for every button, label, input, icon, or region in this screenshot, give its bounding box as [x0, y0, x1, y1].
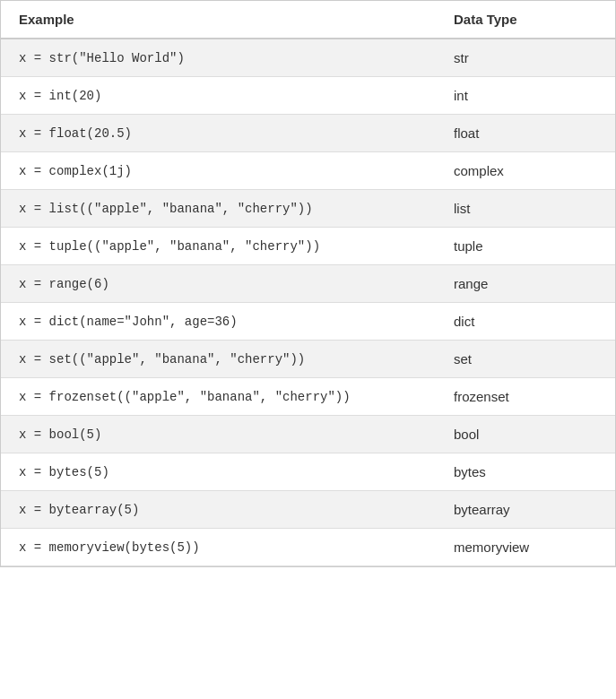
row-datatype-value: bytearray: [454, 502, 597, 517]
row-datatype-value: tuple: [454, 238, 597, 254]
table-body: x = str("Hello World")strx = int(20)intx…: [1, 39, 615, 566]
table-row: x = bytes(5)bytes: [1, 453, 615, 491]
table-row: x = list(("apple", "banana", "cherry"))l…: [1, 190, 615, 228]
table-row: x = set(("apple", "banana", "cherry"))se…: [1, 341, 615, 378]
row-datatype-value: frozenset: [454, 389, 597, 404]
table-row: x = complex(1j)complex: [1, 152, 615, 190]
row-datatype-value: set: [454, 351, 597, 367]
row-example-code: x = set(("apple", "banana", "cherry")): [19, 352, 454, 367]
row-datatype-value: bytes: [454, 464, 597, 479]
row-example-code: x = bool(5): [19, 427, 454, 442]
row-datatype-value: dict: [454, 314, 597, 329]
table-row: x = float(20.5)float: [1, 115, 615, 152]
table-row: x = dict(name="John", age=36)dict: [1, 303, 615, 341]
row-example-code: x = complex(1j): [19, 164, 454, 178]
example-column-header: Example: [19, 12, 454, 27]
row-datatype-value: complex: [454, 163, 597, 178]
row-example-code: x = int(20): [19, 89, 454, 103]
table-row: x = int(20)int: [1, 77, 615, 115]
table-row: x = range(6)range: [1, 265, 615, 303]
row-datatype-value: bool: [454, 427, 597, 442]
row-example-code: x = tuple(("apple", "banana", "cherry")): [19, 239, 454, 254]
table-row: x = frozenset(("apple", "banana", "cherr…: [1, 378, 615, 416]
data-type-table: Example Data Type x = str("Hello World")…: [0, 0, 616, 567]
row-datatype-value: float: [454, 125, 597, 141]
table-row: x = bytearray(5)bytearray: [1, 491, 615, 529]
row-example-code: x = memoryview(bytes(5)): [19, 540, 454, 555]
table-row: x = memoryview(bytes(5))memoryview: [1, 529, 615, 566]
row-example-code: x = bytearray(5): [19, 503, 454, 517]
row-datatype-value: memoryview: [454, 539, 597, 555]
row-datatype-value: int: [454, 88, 597, 103]
datatype-column-header: Data Type: [454, 12, 597, 27]
row-example-code: x = frozenset(("apple", "banana", "cherr…: [19, 390, 454, 404]
row-datatype-value: list: [454, 201, 597, 216]
table-header: Example Data Type: [1, 1, 615, 39]
row-example-code: x = list(("apple", "banana", "cherry")): [19, 202, 454, 216]
row-datatype-value: str: [454, 50, 597, 65]
row-datatype-value: range: [454, 276, 597, 291]
table-row: x = str("Hello World")str: [1, 39, 615, 77]
row-example-code: x = dict(name="John", age=36): [19, 315, 454, 329]
table-row: x = bool(5)bool: [1, 416, 615, 453]
row-example-code: x = bytes(5): [19, 465, 454, 479]
row-example-code: x = range(6): [19, 277, 454, 291]
row-example-code: x = float(20.5): [19, 126, 454, 141]
row-example-code: x = str("Hello World"): [19, 51, 454, 65]
table-row: x = tuple(("apple", "banana", "cherry"))…: [1, 228, 615, 265]
